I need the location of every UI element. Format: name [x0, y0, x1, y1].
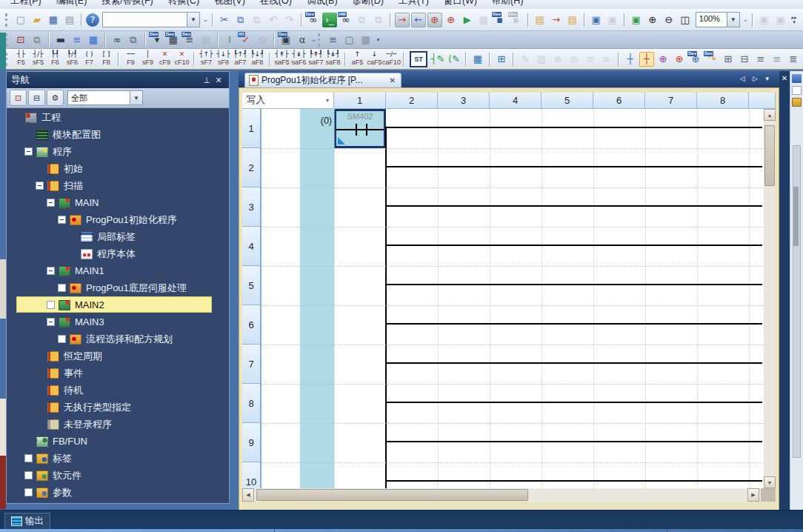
- list-dim-2-button[interactable]: ≡: [599, 52, 614, 67]
- jump-write-button[interactable]: →: [549, 13, 564, 27]
- tree-item--[interactable]: 程序: [7, 143, 228, 160]
- cursor-cell[interactable]: SM402: [334, 109, 386, 148]
- pin-icon[interactable]: ⊥: [201, 76, 213, 85]
- list-dim-1-button[interactable]: ≡: [583, 52, 598, 67]
- ladder-sheet[interactable]: 写入 ▾ 12345678 12345678910 (0) SM402: [242, 93, 776, 502]
- device-on-button[interactable]: ▪Dev: [493, 13, 507, 27]
- write-to-plc-button[interactable]: →: [395, 13, 410, 27]
- toolbar-grip[interactable]: [5, 13, 10, 27]
- falling-pulse-close-branch-button[interactable]: ┞↡┦saF8: [325, 50, 341, 68]
- edit-inline-button[interactable]: ⊞: [494, 52, 509, 67]
- editor-tab[interactable]: ProgPou1初始化程序 [P... ✕: [244, 73, 402, 87]
- vscroll-thumb[interactable]: [764, 125, 775, 186]
- edit-block-button[interactable]: ▦: [470, 52, 485, 67]
- settings-gear-icon[interactable]: ⚙: [47, 90, 64, 106]
- jump-note-1-button[interactable]: ▤: [533, 13, 547, 27]
- close-branch-button[interactable]: ┞∕┦sF6: [64, 50, 81, 68]
- align-center-button[interactable]: ≡: [770, 52, 784, 67]
- mode-dropdown-icon[interactable]: ▾: [326, 97, 329, 104]
- device-memory-button[interactable]: ▦Dev: [166, 33, 181, 47]
- print-button[interactable]: ▤: [62, 13, 77, 27]
- tree-item--[interactable]: 软元件: [7, 467, 228, 484]
- gear-dim-button[interactable]: ⚙: [255, 33, 270, 47]
- tree-item-fb/fun[interactable]: FB/FUN: [7, 433, 228, 450]
- redo-button[interactable]: ↷: [282, 13, 297, 27]
- tree-item--[interactable]: 事件: [7, 365, 228, 382]
- collapse-icon[interactable]: [36, 182, 44, 190]
- tool-dim-1-button[interactable]: ▣: [757, 13, 772, 27]
- scroll-down-icon[interactable]: ▼: [764, 476, 776, 488]
- dock-close-icon[interactable]: ✕: [779, 74, 790, 82]
- collapse-icon[interactable]: [47, 267, 55, 275]
- delete-horizontal-line-button[interactable]: ✕cF9: [157, 50, 173, 68]
- expand-icon[interactable]: [58, 284, 66, 292]
- fit-width-button[interactable]: ◫: [678, 13, 693, 27]
- tree-item--[interactable]: 参数: [7, 484, 228, 501]
- tab-close-icon[interactable]: ✕: [388, 76, 397, 84]
- rising-pulse-close-button[interactable]: ┤↟├saF5: [274, 50, 290, 68]
- hscroll-thumb[interactable]: [256, 489, 528, 501]
- jump-note-2-button[interactable]: ▤: [565, 13, 580, 27]
- zoom-in-button[interactable]: ⊕: [645, 13, 660, 27]
- tree-item--[interactable]: 初始: [7, 160, 228, 177]
- navigation-window-button[interactable]: ⊡: [13, 33, 28, 47]
- tree-item-main3[interactable]: MAIN3: [7, 313, 228, 330]
- vertical-scrollbar[interactable]: ▲ ▼: [764, 109, 776, 488]
- collapse-tree-button[interactable]: ⊡: [10, 90, 27, 106]
- module-configuration-button[interactable]: ▬: [53, 33, 68, 47]
- falling-pulse-branch-button[interactable]: ┞↓┦aF8: [250, 50, 266, 68]
- tree-item--[interactable]: 无执行类型指定: [7, 399, 228, 416]
- tree-item--[interactable]: 流程选择和配方规划: [7, 330, 228, 348]
- menu-item-1[interactable]: 编辑(E): [56, 0, 87, 7]
- device-find-button[interactable]: ∞Dev: [306, 13, 321, 27]
- close-contact-button[interactable]: ┤∕├sF5: [30, 50, 47, 68]
- window-user-button[interactable]: ▦: [359, 33, 373, 47]
- new-project-button[interactable]: ▢: [13, 13, 28, 27]
- device-search-button[interactable]: α: [295, 33, 310, 47]
- falling-pulse-button[interactable]: ┤↓├sF8: [216, 50, 232, 68]
- row-delete-button[interactable]: ⊟: [737, 52, 752, 67]
- panel-scroll-thumb[interactable]: [793, 187, 799, 246]
- scroll-right-icon[interactable]: ▶: [747, 488, 759, 502]
- coil-button[interactable]: ( )F7: [81, 50, 98, 68]
- toolbar-grip[interactable]: [318, 33, 322, 47]
- open-contact-button[interactable]: ┤├F5: [13, 50, 30, 68]
- copy-button[interactable]: ⧉: [233, 13, 248, 27]
- menu-item-0[interactable]: 工程(P): [10, 0, 41, 7]
- window-find-button[interactable]: ⧉: [126, 33, 141, 47]
- entry-edit-button[interactable]: I: [222, 33, 237, 47]
- open-branch-button[interactable]: ┞┦F6: [47, 50, 64, 68]
- tree-filter-select[interactable]: 全部 ▼: [67, 90, 143, 105]
- expand-icon[interactable]: [24, 454, 33, 462]
- menu-item-5[interactable]: 在线(O): [260, 0, 292, 7]
- collapse-icon[interactable]: [58, 216, 66, 224]
- scroll-left-icon[interactable]: ◀: [242, 488, 254, 502]
- ladder-cells-area[interactable]: SM402: [334, 109, 764, 488]
- monitor-dim-button[interactable]: ▦: [476, 13, 491, 27]
- cut-button[interactable]: ✂: [217, 13, 232, 27]
- tree-item--[interactable]: 待机: [7, 382, 228, 399]
- window-monitor-1-button[interactable]: ⧉: [355, 13, 370, 27]
- horizontal-line-button[interactable]: ──F9: [123, 50, 139, 68]
- delete-vertical-line-button[interactable]: ✕cF10: [174, 50, 190, 68]
- doc-dim-button[interactable]: ▥: [534, 52, 549, 67]
- edit-mode-cell[interactable]: 写入 ▾: [242, 93, 334, 109]
- toolbar-more-buttons-icon[interactable]: ▾: [377, 38, 380, 42]
- expand-icon[interactable]: [58, 335, 66, 343]
- invert-falling-button[interactable]: ↓caF5: [367, 50, 383, 68]
- paste-button[interactable]: ⧉: [250, 13, 264, 27]
- device-find-2-button[interactable]: ⊕Dev: [688, 52, 703, 67]
- tree-item--[interactable]: 恒定周期: [7, 348, 228, 365]
- read-from-plc-button[interactable]: ←: [411, 13, 426, 27]
- tree-item--[interactable]: 模块配置图: [7, 126, 228, 143]
- toolbar-more-buttons-icon[interactable]: ▸▸▾: [792, 16, 797, 24]
- chevron-down-icon[interactable]: ▼: [130, 91, 142, 104]
- tree-item-main[interactable]: MAIN: [7, 194, 228, 211]
- save-project-button[interactable]: ▦: [46, 13, 61, 27]
- collapse-icon[interactable]: [24, 147, 33, 156]
- tree-item-main1[interactable]: MAIN1: [7, 262, 228, 279]
- io-check-button[interactable]: ✓I/O: [239, 33, 253, 47]
- window-normal-button[interactable]: ▢: [342, 33, 357, 47]
- rising-pulse-branch-button[interactable]: ┞↑┦aF7: [233, 50, 249, 68]
- monitor-terminal-button[interactable]: ›_: [322, 13, 337, 27]
